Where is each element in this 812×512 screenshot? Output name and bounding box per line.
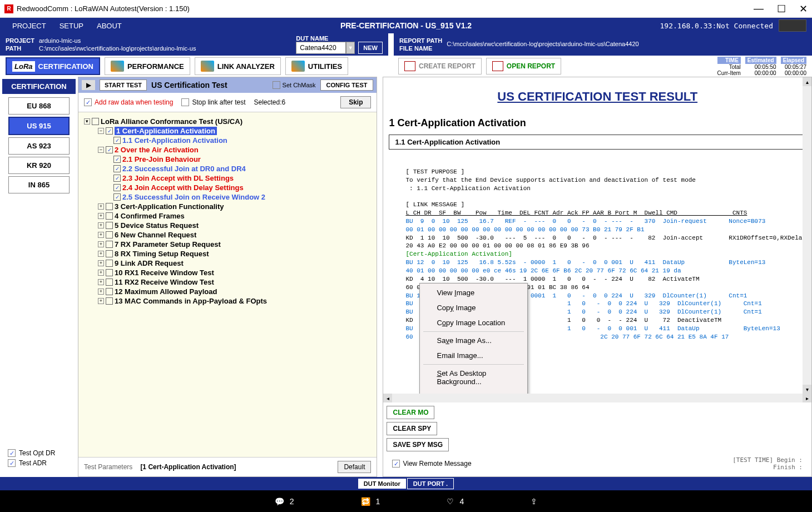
ctx-set-desktop[interactable]: Set As Desktop Background... (420, 366, 527, 389)
tree-node-2-2[interactable]: 2.2 Successful Join at DR0 and DR4 (122, 165, 246, 173)
expand-icon[interactable]: + (98, 232, 104, 238)
tree-checkbox[interactable] (106, 212, 113, 220)
vertical-scrollbar[interactable]: ▴ ▾ (803, 77, 811, 394)
clear-spy-button[interactable]: CLEAR SPY (387, 422, 437, 435)
scroll-right-icon[interactable]: ▸ (803, 394, 811, 402)
tree-checkbox[interactable]: ✓ (106, 127, 113, 135)
new-dut-button[interactable]: NEW (358, 42, 383, 54)
ctx-save-image[interactable]: Save Image As... (420, 333, 527, 348)
expand-icon[interactable]: + (98, 203, 104, 210)
tree-checkbox[interactable]: ✓ (113, 137, 121, 144)
expand-icon[interactable]: + (98, 251, 104, 257)
tree-checkbox[interactable] (106, 231, 113, 238)
tree-checkbox[interactable]: ✓ (113, 193, 121, 201)
tree-node-1[interactable]: 1 Cert-Application Activation (115, 127, 217, 135)
tree-checkbox[interactable]: ✓ (113, 184, 121, 191)
share-button[interactable]: ⇪ (531, 497, 537, 506)
tree-node-10[interactable]: 10 RX1 Receive Window Test (115, 269, 214, 277)
tree-checkbox[interactable] (106, 222, 113, 229)
tab-certification[interactable]: LoRa CERTIFICATION (6, 57, 100, 75)
tree-node-6[interactable]: 6 New Channel Request (115, 231, 196, 239)
maximize-icon[interactable]: ☐ (777, 3, 786, 15)
expand-icon[interactable]: + (98, 289, 104, 295)
expand-icon[interactable]: + (98, 270, 104, 276)
expand-icon[interactable]: + (98, 222, 104, 228)
skip-button[interactable]: Skip (340, 96, 371, 108)
tree-checkbox[interactable] (106, 297, 113, 305)
tab-utilities[interactable]: UTILITIES (285, 57, 348, 75)
tree-checkbox[interactable] (106, 250, 113, 257)
menu-about[interactable]: ABOUT (90, 22, 128, 30)
test-opt-dr-checkbox[interactable]: ✓ Test Opt DR (8, 449, 70, 457)
collapse-icon[interactable]: ▾ (84, 118, 90, 125)
tree-node-11[interactable]: 11 RX2 Receive Window Test (115, 278, 214, 286)
dut-monitor-tab[interactable]: DUT Monitor (358, 479, 406, 489)
minimize-icon[interactable]: — (754, 3, 764, 15)
menu-setup[interactable]: SETUP (53, 22, 90, 30)
retweet-button[interactable]: 🔁 1 (361, 497, 380, 506)
tree-node-2[interactable]: 2 Over the Air Activation (115, 146, 199, 154)
tree-checkbox[interactable]: ✓ (113, 175, 121, 182)
add-raw-data-checkbox[interactable]: ✓ Add raw data when testing (84, 98, 173, 106)
tree-checkbox[interactable] (106, 269, 113, 276)
tree-node-12[interactable]: 12 Maximum Allowed Payload (115, 287, 217, 296)
region-kr920[interactable]: KR 920 (8, 157, 70, 174)
tab-performance[interactable]: PERFORMANCE (105, 57, 190, 75)
clear-mo-button[interactable]: CLEAR MO (387, 406, 434, 419)
tree-checkbox[interactable] (106, 203, 113, 210)
tree-node-13[interactable]: 13 MAC Commands in App-Payload & FOpts (115, 297, 267, 305)
ctx-copy-image[interactable]: Copy Image (420, 300, 527, 315)
start-test-button[interactable]: START TEST (100, 79, 147, 91)
tree-node-8[interactable]: 8 RX Timing Setup Request (115, 250, 209, 258)
menu-project[interactable]: PROJECT (6, 22, 53, 30)
region-eu868[interactable]: EU 868 (8, 97, 70, 115)
save-spy-button[interactable]: SAVE SPY MSG (387, 438, 449, 451)
collapse-icon[interactable]: − (98, 147, 104, 153)
tree-checkbox[interactable] (106, 241, 113, 248)
tree-node-2-3[interactable]: 2.3 Join Accept with DL Settings (122, 174, 234, 182)
tree-checkbox[interactable]: ✓ (113, 165, 121, 172)
set-chmask-checkbox[interactable]: Set ChMask (273, 81, 316, 89)
ctx-copy-location[interactable]: Copy Image Location (420, 315, 527, 330)
play-icon[interactable]: ▶ (82, 80, 95, 90)
tab-link-analyzer[interactable]: LINK ANALYZER (195, 57, 281, 75)
expand-icon[interactable]: + (98, 260, 104, 266)
tree-node-3[interactable]: 3 Cert-Application Functionality (115, 202, 224, 211)
region-us915[interactable]: US 915 (8, 117, 70, 135)
open-report-button[interactable]: OPEN REPORT (486, 58, 561, 74)
tree-checkbox[interactable] (106, 288, 113, 295)
dut-name-input[interactable] (296, 42, 346, 54)
expand-icon[interactable]: + (98, 241, 104, 247)
ctx-view-image[interactable]: View Image (420, 285, 527, 300)
tree-checkbox[interactable]: ✓ (106, 146, 113, 153)
scroll-left-icon[interactable]: ◂ (383, 394, 392, 402)
horizontal-scrollbar[interactable]: ◂ ▸ (383, 394, 811, 402)
dut-dropdown-icon[interactable]: ▼ (346, 42, 355, 54)
view-remote-checkbox[interactable]: ✓ View Remote Message (392, 460, 471, 468)
expand-icon[interactable]: + (98, 298, 104, 304)
tree-node-4[interactable]: 4 Confirmed Frames (115, 212, 185, 220)
default-button[interactable]: Default (338, 461, 371, 473)
ctx-image-info[interactable]: View Image Info (420, 389, 527, 394)
expand-icon[interactable]: + (98, 279, 104, 285)
stop-link-checkbox[interactable]: Stop link after test (181, 98, 245, 106)
expand-icon[interactable]: + (98, 213, 104, 219)
tree-node-2-1[interactable]: 2.1 Pre-Join Behaviour (122, 155, 201, 163)
like-button[interactable]: ♡ 4 (447, 497, 464, 506)
create-report-button[interactable]: CREATE REPORT (398, 58, 482, 74)
tree-checkbox[interactable] (92, 118, 99, 125)
scroll-down-icon[interactable]: ▾ (803, 385, 811, 394)
region-as923[interactable]: AS 923 (8, 137, 70, 155)
scroll-up-icon[interactable]: ▴ (803, 77, 811, 86)
tree-node-1-1[interactable]: 1.1 Cert-Application Activation (122, 136, 227, 145)
tree-checkbox[interactable]: ✓ (113, 156, 121, 163)
tree-node-7[interactable]: 7 RX Parameter Setup Request (115, 240, 221, 248)
tree-node-2-5[interactable]: 2.5 Successful Join on Receive Window 2 (122, 193, 265, 201)
tree-checkbox[interactable] (106, 279, 113, 286)
tree-node-9[interactable]: 9 Link ADR Request (115, 259, 184, 267)
close-icon[interactable]: ✕ (799, 3, 808, 15)
reply-button[interactable]: 💬 2 (275, 497, 294, 506)
dut-port-tab[interactable]: DUT PORT . (407, 478, 454, 489)
tree-checkbox[interactable] (106, 260, 113, 267)
collapse-icon[interactable]: − (98, 128, 104, 134)
